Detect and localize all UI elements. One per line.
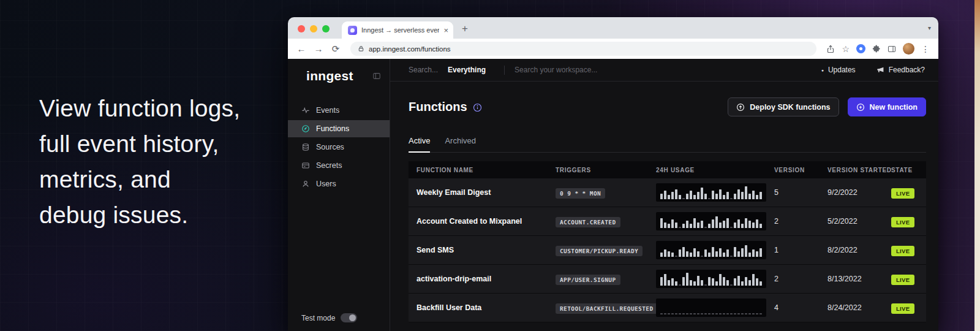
secrets-icon	[301, 161, 310, 170]
state-cell: LIVE	[883, 273, 926, 285]
sidebar-item-label: Sources	[316, 143, 344, 151]
extension-icon[interactable]	[856, 44, 865, 53]
feedback-button[interactable]: Feedback?	[876, 66, 925, 74]
side-panel-icon[interactable]	[888, 45, 896, 53]
search-scope[interactable]: Everything	[448, 66, 486, 74]
function-name[interactable]: Weekly Email Digest	[409, 188, 548, 197]
right-edge-accent	[974, 0, 980, 331]
version-value: 1	[766, 246, 820, 254]
tagline-line: metrics, and	[39, 162, 240, 197]
sidebar-collapse-icon[interactable]	[372, 72, 381, 80]
deploy-icon	[736, 103, 745, 112]
updates-button[interactable]: ● Updates	[821, 66, 856, 74]
sidebar-item-sources[interactable]: Sources	[288, 139, 390, 156]
browser-menu-icon[interactable]: ⋮	[921, 44, 930, 54]
column-header: VERSION STARTED	[820, 167, 883, 173]
function-name[interactable]: Backfill User Data	[409, 303, 548, 312]
lock-icon	[358, 45, 364, 52]
browser-tab[interactable]: Inngest → serverless event-dri ×	[342, 21, 453, 39]
info-icon[interactable]	[473, 103, 482, 112]
browser-tabstrip: Inngest → serverless event-dri × + ▾	[288, 17, 938, 39]
trigger-cell: ACCOUNT.CREATED	[548, 216, 648, 227]
tab-active[interactable]: Active	[409, 136, 430, 153]
tagline: View function logs,full event history,me…	[39, 91, 240, 233]
zoom-window-button[interactable]	[322, 25, 330, 32]
toolbar-icons: ☆ ⋮	[824, 43, 932, 55]
tab-list-chevron-icon[interactable]: ▾	[928, 25, 938, 39]
workspace-search-input[interactable]: Search your workspace...	[514, 66, 597, 74]
sidebar-nav: EventsFunctionsSourcesSecretsUsers	[288, 102, 390, 192]
deploy-sdk-button[interactable]: Deploy SDK functions	[728, 97, 839, 116]
deploy-label: Deploy SDK functions	[750, 103, 830, 112]
functions-page: Functions	[390, 82, 938, 331]
forward-icon[interactable]: →	[311, 44, 326, 54]
users-icon	[301, 180, 310, 188]
function-name[interactable]: activation-drip-email	[409, 275, 548, 283]
new-function-button[interactable]: New function	[848, 97, 926, 116]
usage-cell	[648, 270, 766, 288]
bookmark-star-icon[interactable]: ☆	[842, 44, 850, 54]
usage-cell	[648, 299, 766, 317]
sidebar-item-label: Functions	[316, 124, 349, 133]
table-row[interactable]: Send SMSCUSTOMER/PICKUP.READY18/2/2022LI…	[409, 236, 926, 265]
feedback-label: Feedback?	[889, 66, 925, 74]
sidebar-item-users[interactable]: Users	[288, 175, 390, 192]
sidebar-item-secrets[interactable]: Secrets	[288, 157, 390, 174]
reload-icon[interactable]: ⟳	[328, 44, 343, 55]
hero-scene: View function logs,full event history,me…	[0, 0, 980, 331]
sidebar-item-label: Users	[316, 180, 336, 188]
trigger-badge: APP/USER.SIGNUP	[556, 275, 620, 285]
usage-sparkline	[656, 241, 766, 259]
head-buttons: Deploy SDK functions New function	[728, 97, 926, 116]
test-mode-toggle[interactable]	[341, 313, 357, 322]
table-row[interactable]: Weekly Email Digest0 9 * * MON59/2/2022L…	[409, 178, 926, 207]
version-value: 2	[766, 217, 820, 226]
back-icon[interactable]: ←	[294, 44, 309, 54]
url-text: app.inngest.com/functions	[369, 45, 451, 53]
sidebar-item-events[interactable]: Events	[288, 102, 390, 119]
state-badge: LIVE	[891, 188, 914, 199]
search-label[interactable]: Search...	[409, 66, 438, 74]
version-started-value: 8/24/2022	[820, 303, 883, 312]
state-cell: LIVE	[883, 216, 926, 227]
tab-archived[interactable]: Archived	[445, 136, 476, 152]
table-row[interactable]: activation-drip-emailAPP/USER.SIGNUP28/1…	[409, 265, 926, 294]
plus-circle-icon	[856, 103, 865, 112]
page-head: Functions	[409, 97, 926, 116]
updates-label: Updates	[828, 66, 856, 74]
inngest-favicon-icon	[348, 26, 357, 35]
sidebar-item-functions[interactable]: Functions	[288, 120, 390, 137]
browser-toolbar: ← → ⟳ app.inngest.com/functions	[288, 39, 938, 59]
version-started-value: 9/2/2022	[820, 188, 883, 197]
table-row[interactable]: Account Created to MixpanelACCOUNT.CREAT…	[409, 207, 926, 236]
functions-table: FUNCTION NAMETRIGGERS24H USAGEVERSIONVER…	[409, 161, 926, 322]
usage-sparkline	[656, 183, 766, 202]
trigger-cell: CUSTOMER/PICKUP.READY	[548, 245, 648, 256]
puzzle-extensions-icon[interactable]	[872, 45, 881, 53]
address-bar[interactable]: app.inngest.com/functions	[350, 42, 816, 56]
app-content: Search... Everything Search your workspa…	[390, 59, 938, 331]
function-name[interactable]: Account Created to Mixpanel	[409, 217, 548, 226]
version-value: 4	[766, 303, 820, 312]
trigger-badge: 0 9 * * MON	[556, 188, 605, 199]
table-row[interactable]: Backfill User DataRETOOL/BACKFILL.REQUES…	[409, 294, 926, 322]
column-header: VERSION	[766, 167, 820, 173]
trigger-badge: RETOOL/BACKFILL.REQUESTED	[556, 303, 658, 314]
tab-close-icon[interactable]: ×	[443, 26, 448, 34]
close-window-button[interactable]	[298, 25, 305, 32]
trigger-badge: ACCOUNT.CREATED	[556, 217, 620, 227]
sidebar-item-label: Events	[316, 106, 339, 115]
sources-icon	[301, 143, 310, 151]
minimize-window-button[interactable]	[310, 25, 317, 32]
share-icon[interactable]	[826, 45, 835, 53]
megaphone-icon	[876, 66, 884, 74]
column-header: STATE	[883, 167, 926, 173]
events-icon	[301, 106, 310, 115]
version-started-value: 5/2/2022	[820, 217, 883, 226]
function-name[interactable]: Send SMS	[409, 246, 548, 254]
inngest-logo: inngest	[306, 69, 353, 83]
state-cell: LIVE	[883, 187, 926, 199]
profile-avatar[interactable]	[903, 43, 914, 55]
new-tab-button[interactable]: +	[453, 23, 468, 39]
version-value: 5	[766, 188, 820, 197]
